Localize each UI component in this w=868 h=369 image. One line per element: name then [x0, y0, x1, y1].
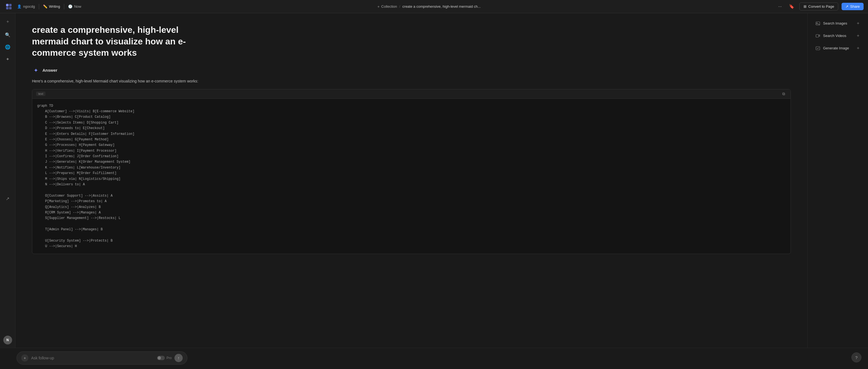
generate-image-plus-icon: ＋ — [856, 45, 860, 51]
svg-point-5 — [817, 22, 817, 23]
submit-icon: ↑ — [178, 356, 180, 360]
pro-toggle[interactable] — [157, 356, 165, 360]
user-avatar[interactable]: N — [3, 336, 12, 344]
sparkle-icon: ✦ — [6, 57, 9, 62]
export-icon: ↗ — [6, 196, 9, 201]
svg-rect-1 — [9, 4, 11, 6]
svg-rect-0 — [6, 4, 8, 6]
convert-to-page-button[interactable]: ⊞ Convert to Page — [799, 2, 838, 10]
help-icon: ? — [855, 355, 858, 360]
code-lang-tag: text — [36, 91, 45, 96]
more-button[interactable]: ··· — [776, 3, 784, 10]
generate-image-label: Generate Image — [823, 46, 849, 50]
sidebar-search-button[interactable]: 🔍 — [3, 30, 13, 40]
sidebar-sparkle-button[interactable]: ✦ — [3, 54, 13, 64]
svg-rect-6 — [816, 34, 819, 37]
header-now-section: 🕐 Now — [68, 4, 81, 8]
search-images-plus-icon: ＋ — [856, 21, 860, 26]
code-block-header: text ⧉ — [32, 89, 790, 99]
follow-up-input-wrapper: + Pro ↑ — [17, 351, 187, 365]
help-button[interactable]: ? — [851, 352, 861, 362]
main-layout: ＋ 🔍 🌐 ✦ ↗ N create a comprehensive, high… — [0, 13, 868, 348]
right-panel: Search Images ＋ Search Videos ＋ — [807, 13, 868, 348]
globe-icon: 🌐 — [5, 45, 10, 50]
user-icon: 👤 — [17, 4, 22, 8]
breadcrumb-separator: / — [399, 4, 400, 8]
sidebar-avatar-section: N — [3, 336, 12, 344]
generate-image-button[interactable]: Generate Image ＋ — [812, 42, 864, 54]
now-label: Now — [74, 4, 81, 8]
answer-text: Here's a comprehensive, high-level Merma… — [32, 78, 791, 85]
answer-section: ✦ Answer Here's a comprehensive, high-le… — [32, 66, 791, 254]
search-icon: 🔍 — [5, 32, 10, 37]
answer-label: Answer — [42, 68, 57, 73]
add-icon: + — [24, 356, 26, 360]
username-label: ngocdg — [23, 4, 35, 8]
copy-button[interactable]: ⧉ — [781, 91, 787, 97]
convert-icon: ⊞ — [804, 4, 807, 8]
main-content: create a comprehensive, high-level merma… — [16, 13, 807, 348]
breadcrumb: ＋ Collection / create a comprehensive, h… — [377, 4, 481, 9]
header-left: 👤 ngocdg ✏️ Writing 🕐 Now — [4, 2, 81, 11]
pro-toggle-circle — [158, 356, 161, 360]
share-label: Share — [850, 4, 860, 8]
follow-up-input[interactable] — [31, 356, 154, 360]
pro-label: Pro — [166, 356, 172, 360]
page-title: create a comprehensive, high-level merma… — [32, 24, 197, 59]
sidebar-export-button[interactable]: ↗ — [3, 194, 13, 204]
header-bar: 👤 ngocdg ✏️ Writing 🕐 Now ＋ Collection /… — [0, 0, 868, 13]
collection-label: Collection — [381, 4, 397, 8]
clock-icon: 🕐 — [68, 4, 72, 8]
search-videos-label: Search Videos — [823, 34, 846, 38]
content-area: create a comprehensive, high-level merma… — [16, 13, 868, 348]
search-videos-button[interactable]: Search Videos ＋ — [812, 30, 864, 41]
convert-label: Convert to Page — [808, 4, 834, 8]
plus-icon: ＋ — [377, 4, 380, 9]
breadcrumb-collection[interactable]: ＋ Collection — [377, 4, 397, 9]
search-videos-plus-icon: ＋ — [856, 33, 860, 38]
header-right: ··· 🔖 ⊞ Convert to Page ↗ Share — [776, 2, 864, 10]
bottom-bar: + Pro ↑ — [0, 348, 868, 369]
sidebar: ＋ 🔍 🌐 ✦ ↗ N — [0, 13, 16, 348]
header-divider2 — [64, 4, 64, 9]
code-block: text ⧉ graph TD A[Customer] -->|Visits| … — [32, 89, 791, 254]
app-logo[interactable] — [4, 2, 13, 11]
follow-up-add-button[interactable]: + — [21, 354, 28, 362]
header-writing-section[interactable]: ✏️ Writing — [43, 4, 60, 8]
generate-image-icon — [815, 46, 820, 51]
sidebar-add-button[interactable]: ＋ — [3, 17, 13, 26]
add-icon: ＋ — [5, 19, 10, 25]
header-user[interactable]: 👤 ngocdg — [17, 4, 35, 8]
svg-rect-3 — [9, 7, 11, 9]
header-divider — [39, 4, 39, 9]
code-content: graph TD A[Customer] -->|Visits| B[E-com… — [32, 99, 790, 254]
bookmark-button[interactable]: 🔖 — [787, 3, 796, 10]
share-icon: ↗ — [845, 4, 848, 8]
pro-badge: Pro — [157, 356, 172, 360]
writing-label: Writing — [49, 4, 60, 8]
video-icon — [815, 33, 820, 38]
answer-sparkle-icon: ✦ — [32, 66, 40, 74]
answer-header: ✦ Answer — [32, 66, 791, 74]
search-images-button[interactable]: Search Images ＋ — [812, 18, 864, 29]
image-icon — [815, 21, 820, 26]
svg-rect-7 — [816, 47, 820, 50]
breadcrumb-current: create a comprehensive, high-level merma… — [402, 4, 480, 8]
share-button[interactable]: ↗ Share — [841, 3, 864, 10]
sidebar-globe-button[interactable]: 🌐 — [3, 42, 13, 52]
svg-rect-2 — [6, 7, 8, 9]
pencil-icon: ✏️ — [43, 4, 48, 8]
search-images-label: Search Images — [823, 21, 847, 25]
follow-up-submit-button[interactable]: ↑ — [175, 354, 183, 362]
